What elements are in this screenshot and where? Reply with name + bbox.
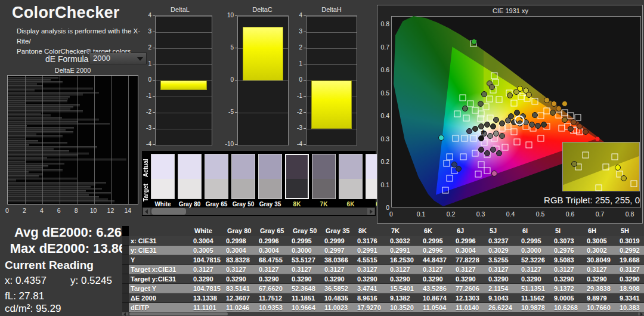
deltal-chart-title: DeltaL xyxy=(147,6,213,13)
table-value-cell: 52.3226 xyxy=(518,255,550,265)
mini-y-tick xyxy=(304,144,306,145)
table-value-cell: 0.2999 xyxy=(321,236,354,246)
mini-y-tick xyxy=(153,80,155,80)
swatch-6k[interactable] xyxy=(339,154,363,199)
table-value-cell: 38.0366 xyxy=(321,255,354,265)
table-value-cell: 0.3127 xyxy=(485,265,518,274)
table-value-cell: 9.1382 xyxy=(386,293,419,303)
target-square-marker xyxy=(532,98,538,105)
table-value-cell: 0.3290 xyxy=(485,274,518,284)
swatch-scrollbar[interactable] xyxy=(143,207,375,215)
swatch-7k[interactable] xyxy=(312,154,336,199)
mini-gridline xyxy=(156,32,212,33)
swatch-actual-color xyxy=(205,154,228,179)
table-value-cell: 3.5255 xyxy=(485,255,518,265)
target-square-marker xyxy=(526,142,532,148)
swatch-target-color xyxy=(205,179,228,199)
swatch-label: Gray 50 xyxy=(230,201,256,207)
scroll-left-button[interactable] xyxy=(143,208,150,215)
measured-point-marker xyxy=(438,135,444,141)
target-square-marker xyxy=(472,107,479,113)
table-value-cell: 8.9616 xyxy=(354,293,386,303)
table-scroll-left-button[interactable] xyxy=(122,312,128,315)
measured-point-marker xyxy=(493,131,499,137)
measured-point-marker xyxy=(568,126,574,132)
mini-y-tick-label: 0 xyxy=(221,76,234,83)
table-value-cell: 0.2995 xyxy=(518,236,550,246)
swatch-8k[interactable] xyxy=(285,154,309,199)
measured-point-marker xyxy=(472,126,478,132)
target-square-marker xyxy=(442,187,449,193)
cie-y-tick-label: 0.1 xyxy=(377,181,389,188)
table-value-cell: 11.0140 xyxy=(452,303,485,312)
cie-x-tick-label: 0.4 xyxy=(501,210,519,218)
swatch-gray-35[interactable] xyxy=(258,154,282,199)
table-value-cell: 0.2996 xyxy=(452,236,485,246)
mini-y-tick-label: -4 xyxy=(289,141,302,147)
table-value-cell: 0.3004 xyxy=(190,236,222,246)
table-scroll-right-button[interactable] xyxy=(638,312,644,315)
row-label: Target y:CIE31 xyxy=(129,274,190,284)
table-scrollbar-thumb[interactable] xyxy=(129,312,228,315)
table-value-cell: 0.3004 xyxy=(255,246,288,255)
table-scrollbar[interactable] xyxy=(122,312,644,316)
measured-point-marker xyxy=(562,101,568,107)
table-value-cell: 17.9270 xyxy=(354,303,386,312)
red-primary-point xyxy=(596,137,600,141)
swatch-gray-80[interactable] xyxy=(178,154,202,199)
swatch-label: 8K xyxy=(284,201,310,207)
table-value-cell: 26.6224 xyxy=(485,303,518,312)
column-header-5i: 5I xyxy=(550,226,583,236)
measured-point-marker xyxy=(489,84,495,90)
table-value-cell: 0.3127 xyxy=(354,265,386,274)
mini-gridline xyxy=(156,48,212,49)
swatch-label: Gray 35 xyxy=(257,201,283,207)
mini-y-tick xyxy=(153,144,155,145)
swatch-gray-50[interactable] xyxy=(231,154,255,199)
scrollbar-thumb[interactable] xyxy=(151,208,186,215)
measured-point-marker xyxy=(532,112,538,118)
swatch-gray-65[interactable] xyxy=(205,154,228,199)
mini-gridline xyxy=(156,97,212,97)
table-row: Target y:CIE310.32900.32900.32900.32900.… xyxy=(122,274,644,284)
table-value-cell: 11.0023 xyxy=(321,303,354,312)
deltae-chart-title: DeltaE 2000 xyxy=(7,67,138,74)
table-value-cell: 67.6620 xyxy=(255,284,288,293)
description-line1: Display analysis is performed with the X… xyxy=(17,26,142,47)
deltae-gridline xyxy=(111,76,112,204)
measured-point-marker xyxy=(508,113,514,119)
mini-y-tick xyxy=(304,16,306,16)
table-value-cell: 11.1562 xyxy=(518,293,550,303)
target-square-marker xyxy=(470,135,477,141)
table-value-cell: 10.3520 xyxy=(386,303,419,312)
mini-y-tick-label: -2 xyxy=(138,109,151,115)
table-value-cell: 53.5127 xyxy=(288,255,321,265)
mini-y-tick-label: 3 xyxy=(289,28,302,35)
mini-gridline xyxy=(306,16,357,17)
target-square-marker xyxy=(447,175,453,182)
table-value-cell: 10.9878 xyxy=(518,303,550,312)
delta-value-bar xyxy=(243,27,283,80)
deltae-x-tick-label: 2 xyxy=(17,207,32,214)
row-label: y: CIE31 xyxy=(129,246,190,255)
table-value-cell: 9.1043 xyxy=(485,293,518,303)
target-square-marker xyxy=(454,110,461,117)
table-value-cell: 104.7815 xyxy=(190,255,222,265)
scroll-right-button[interactable] xyxy=(367,208,374,215)
target-square-marker xyxy=(462,135,468,141)
measured-point-marker xyxy=(462,106,468,111)
target-square-marker xyxy=(568,113,574,119)
measured-point-marker xyxy=(499,120,505,126)
mini-gridline xyxy=(238,113,288,113)
swatch-label: Gray 65 xyxy=(203,201,230,207)
table-value-cell: 36.5852 xyxy=(321,284,354,293)
table-value-cell: 0.3290 xyxy=(288,274,321,284)
table-value-cell: 0.3290 xyxy=(419,274,452,284)
swatch-target-color xyxy=(286,179,308,198)
swatch-white[interactable] xyxy=(151,154,175,199)
row-label: Target x:CIE31 xyxy=(129,265,190,274)
current-reading-x: x: 0.4357 xyxy=(5,275,47,287)
table-row: Y104.781583.832868.475553.512738.03664.5… xyxy=(122,255,644,265)
cie-y-tick-label: 0.3 xyxy=(377,135,389,142)
measured-point-marker xyxy=(551,101,557,107)
